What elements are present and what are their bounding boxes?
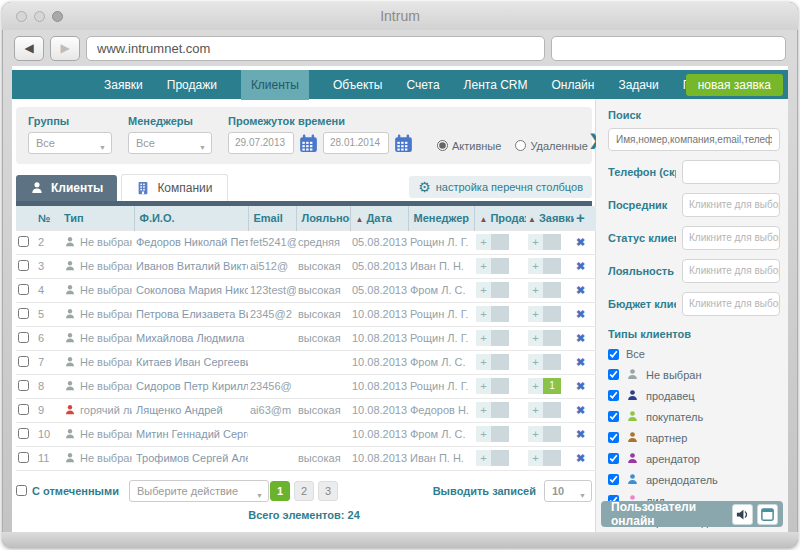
row-checkbox[interactable] <box>18 284 29 295</box>
add-request-button[interactable]: + <box>528 378 543 394</box>
add-sale-button[interactable]: + <box>476 354 491 370</box>
browser-search-field[interactable] <box>551 36 786 61</box>
type-item-landlord[interactable]: арендодатель <box>608 473 780 486</box>
type-checkbox[interactable] <box>608 453 619 464</box>
delete-row-icon[interactable]: ✖ <box>576 404 585 416</box>
client-name-link[interactable]: Соколова Мария Николаевна <box>134 278 248 302</box>
header-date-sort[interactable]: ▲Дата <box>350 206 408 230</box>
search-input[interactable] <box>608 128 780 151</box>
expand-panel-button[interactable] <box>757 504 778 525</box>
add-request-button[interactable]: + <box>528 426 543 442</box>
add-request-button[interactable]: + <box>528 234 543 250</box>
sound-toggle-button[interactable] <box>732 504 753 525</box>
type-item-buyer[interactable]: покупатель <box>608 410 780 423</box>
row-checkbox[interactable] <box>18 236 29 247</box>
client-name-link[interactable]: Иванов Виталий Викторович <box>134 254 248 278</box>
calendar-icon[interactable] <box>394 134 413 153</box>
add-request-button[interactable]: + <box>528 306 543 322</box>
add-sale-button[interactable]: + <box>476 258 491 274</box>
nav-item-invoices[interactable]: Счета <box>407 78 440 92</box>
new-request-button[interactable]: новая заявка <box>686 74 783 96</box>
calendar-icon[interactable] <box>299 134 318 153</box>
add-sale-button[interactable]: + <box>476 306 491 322</box>
row-checkbox[interactable] <box>18 380 29 391</box>
client-name-link[interactable]: Сидоров Петр Кириллович <box>134 374 248 398</box>
nav-item-crm-feed[interactable]: Лента CRM <box>464 78 528 92</box>
client-name-link[interactable]: Михайлова Людмила Сергеевна <box>134 326 248 350</box>
row-checkbox[interactable] <box>18 404 29 415</box>
records-per-page-select[interactable]: 10 <box>544 480 592 502</box>
browser-back-button[interactable]: ◀ <box>14 36 44 61</box>
address-bar[interactable] <box>86 36 545 61</box>
header-requests-sort[interactable]: ▲Заявки <box>526 206 574 230</box>
delete-row-icon[interactable]: ✖ <box>576 308 585 320</box>
add-sale-button[interactable]: + <box>476 330 491 346</box>
tab-clients[interactable]: Клиенты <box>16 175 117 201</box>
row-checkbox[interactable] <box>18 260 29 271</box>
date-from-input[interactable]: 29.07.2013 <box>228 132 294 154</box>
delete-row-icon[interactable]: ✖ <box>576 356 585 368</box>
browser-forward-button[interactable]: ▶ <box>50 36 80 61</box>
nav-item-sales[interactable]: Продажи <box>167 78 217 92</box>
close-window-button[interactable] <box>16 11 27 22</box>
add-sale-button[interactable]: + <box>476 450 491 466</box>
add-request-button[interactable]: + <box>528 450 543 466</box>
page-button-2[interactable]: 2 <box>294 481 314 501</box>
with-marked-checkbox[interactable] <box>16 485 27 496</box>
action-select[interactable]: Выберите действие <box>129 480 269 502</box>
deleted-radio-input[interactable] <box>515 140 526 151</box>
nav-item-tasks[interactable]: Задачи <box>618 78 658 92</box>
type-checkbox[interactable] <box>608 432 619 443</box>
row-checkbox[interactable] <box>18 452 29 463</box>
delete-row-icon[interactable]: ✖ <box>576 428 585 440</box>
delete-row-icon[interactable]: ✖ <box>576 236 585 248</box>
header-sales-sort[interactable]: ▲Продажи <box>474 206 526 230</box>
client-name-link[interactable]: Лященко Андрей <box>134 398 248 422</box>
client-name-link[interactable]: Китаев Иван Сергеевич <box>134 350 248 374</box>
zoom-window-button[interactable] <box>52 11 63 22</box>
loyalty-filter-input[interactable]: Кликните для выбора <box>682 259 780 283</box>
add-sale-button[interactable]: + <box>476 234 491 250</box>
row-checkbox[interactable] <box>18 428 29 439</box>
type-item-all[interactable]: Все <box>608 348 780 360</box>
page-button-3[interactable]: 3 <box>318 481 338 501</box>
status-filter-input[interactable]: Кликните для выбора <box>682 226 780 250</box>
type-checkbox[interactable] <box>608 369 619 380</box>
nav-item-objects[interactable]: Объекты <box>333 78 383 92</box>
client-name-link[interactable]: Трофимов Сергей Алексеевич <box>134 446 248 470</box>
add-request-button[interactable]: + <box>528 258 543 274</box>
client-name-link[interactable]: Федоров Николай Петрович <box>134 230 248 254</box>
delete-row-icon[interactable]: ✖ <box>576 260 585 272</box>
tab-companies[interactable]: Компании <box>121 174 227 201</box>
minimize-window-button[interactable] <box>34 11 45 22</box>
type-checkbox[interactable] <box>608 474 619 485</box>
budget-filter-input[interactable]: Кликните для выбора <box>682 292 780 316</box>
add-column-button[interactable]: + <box>574 206 596 230</box>
active-radio[interactable]: Активные <box>437 140 501 152</box>
add-request-button[interactable]: + <box>528 354 543 370</box>
nav-item-requests[interactable]: Заявки <box>104 78 143 92</box>
type-item-partner[interactable]: партнер <box>608 431 780 444</box>
add-request-button[interactable]: + <box>528 330 543 346</box>
page-button-1[interactable]: 1 <box>270 481 290 501</box>
phone-filter-input[interactable] <box>682 160 780 184</box>
add-sale-button[interactable]: + <box>476 426 491 442</box>
groups-select[interactable]: Все <box>28 132 112 154</box>
client-name-link[interactable]: Петрова Елизавета Викторовна <box>134 302 248 326</box>
add-request-button[interactable]: + <box>528 402 543 418</box>
type-checkbox[interactable] <box>608 349 619 360</box>
type-item-tenant[interactable]: арендатор <box>608 452 780 465</box>
managers-select[interactable]: Все <box>128 132 212 154</box>
type-checkbox[interactable] <box>608 390 619 401</box>
nav-item-online[interactable]: Онлайн <box>551 78 594 92</box>
date-to-input[interactable]: 28.01.2014 <box>323 132 389 154</box>
row-checkbox[interactable] <box>18 356 29 367</box>
active-radio-input[interactable] <box>437 140 448 151</box>
with-marked-control[interactable]: С отмеченными <box>16 485 119 497</box>
row-checkbox[interactable] <box>18 332 29 343</box>
type-checkbox[interactable] <box>608 411 619 422</box>
add-sale-button[interactable]: + <box>476 282 491 298</box>
add-request-button[interactable]: + <box>528 282 543 298</box>
delete-row-icon[interactable]: ✖ <box>576 380 585 392</box>
row-checkbox[interactable] <box>18 308 29 319</box>
